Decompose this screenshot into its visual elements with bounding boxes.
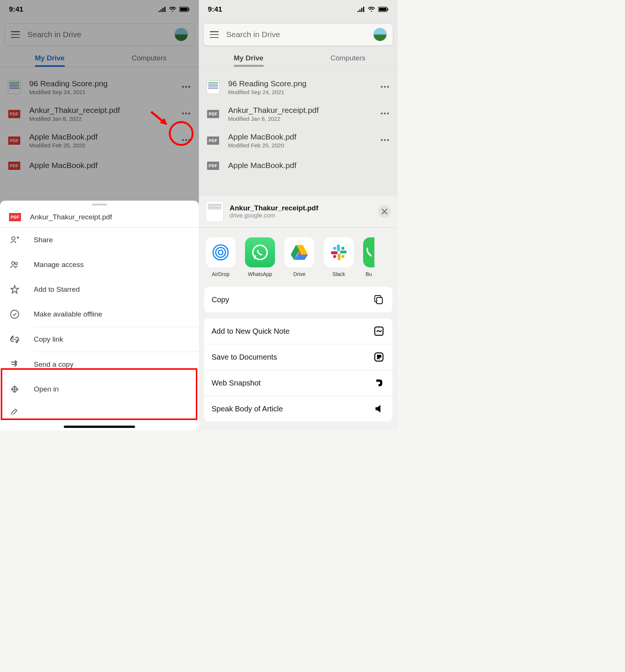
pdf-icon: PDF <box>8 134 21 147</box>
file-meta: Modified Sep 24, 2021 <box>228 89 372 95</box>
add-starred-item[interactable]: Add to Starred <box>0 277 199 302</box>
more-icon[interactable]: ••• <box>380 109 390 119</box>
action-label: Add to New Quick Note <box>212 327 290 336</box>
file-name: Apple MacBook.pdf <box>29 132 173 141</box>
svg-rect-16 <box>338 254 341 260</box>
quick-note-icon <box>373 325 385 337</box>
sheet-file-name: Ankur_Thakur_receipt.pdf <box>30 213 112 221</box>
file-name: Ankur_Thakur_receipt.pdf <box>228 106 372 115</box>
send-copy-label: Send a copy <box>34 360 74 369</box>
more-icon[interactable]: ••• <box>380 82 390 92</box>
copy-action[interactable]: Copy <box>204 287 392 312</box>
whatsapp-icon <box>245 237 275 267</box>
offline-label: Make available offline <box>34 310 102 318</box>
svg-point-20 <box>341 255 344 258</box>
people-icon <box>9 259 20 270</box>
share-source: drive.google.com <box>230 212 372 219</box>
file-name: Apple MacBook.pdf <box>228 161 390 170</box>
png-thumb-icon <box>8 81 21 94</box>
pdf-icon: PDF <box>206 159 220 172</box>
home-indicator <box>64 426 135 428</box>
app-peek-icon <box>363 237 374 267</box>
copy-icon <box>373 294 385 306</box>
share-app-row: AirDrop WhatsApp Drive <box>199 228 398 283</box>
app-peek[interactable]: Bu <box>363 237 374 277</box>
pdf-icon: PDF <box>9 213 21 221</box>
svg-rect-9 <box>388 9 388 10</box>
svg-rect-14 <box>337 244 340 251</box>
action-label: Web Snapshot <box>212 379 261 387</box>
web-snapshot-icon <box>373 377 385 389</box>
file-meta: Modified Feb 25, 2020 <box>228 142 372 148</box>
link-icon <box>9 334 20 345</box>
file-list: 96 Reading Score.png Modified Sep 24, 20… <box>199 67 398 172</box>
menu-icon[interactable] <box>11 31 20 38</box>
file-name: Apple MacBook.pdf <box>228 132 372 141</box>
offline-item[interactable]: Make available offline <box>0 302 199 327</box>
search-bar[interactable]: Search in Drive <box>203 23 393 46</box>
tab-computers[interactable]: Computers <box>298 51 398 67</box>
file-name: 96 Reading Score.png <box>29 79 173 88</box>
svg-point-19 <box>341 247 344 250</box>
close-button[interactable] <box>378 205 391 218</box>
svg-point-21 <box>333 255 336 258</box>
status-bar: 9:41 <box>199 0 398 19</box>
save-docs-action[interactable]: Save to Documents <box>204 344 392 370</box>
annotation-arrow <box>149 110 172 129</box>
avatar[interactable] <box>373 28 387 41</box>
file-meta: Modified Feb 25, 2020 <box>29 142 173 148</box>
menu-icon[interactable] <box>210 31 219 38</box>
list-item[interactable]: PDF Apple MacBook.pdf <box>199 154 398 172</box>
web-snapshot-action[interactable]: Web Snapshot <box>204 370 392 396</box>
svg-point-4 <box>12 262 15 265</box>
avatar[interactable] <box>174 28 188 41</box>
svg-point-10 <box>218 250 223 255</box>
file-name: Apple MacBook.pdf <box>29 161 191 170</box>
action-label: Copy <box>212 296 229 304</box>
list-item[interactable]: PDF Ankur_Thakur_receipt.pdf Modified Ja… <box>199 100 398 127</box>
search-bar[interactable]: Search in Drive <box>5 23 194 46</box>
share-file-name: Ankur_Thakur_receipt.pdf <box>230 204 372 212</box>
action-list: Copy <box>204 287 392 312</box>
drive-icon <box>284 237 314 267</box>
speaker-icon <box>373 403 385 415</box>
status-time: 9:41 <box>9 5 23 14</box>
more-icon[interactable]: ••• <box>182 82 191 92</box>
svg-rect-2 <box>189 9 189 10</box>
list-item[interactable]: PDF Apple MacBook.pdf <box>0 154 199 172</box>
quick-note-action[interactable]: Add to New Quick Note <box>204 318 392 344</box>
copy-link-item[interactable]: Copy link <box>0 327 199 352</box>
list-item[interactable]: 96 Reading Score.png Modified Sep 24, 20… <box>199 74 398 100</box>
svg-point-3 <box>12 237 15 240</box>
more-icon[interactable]: ••• <box>182 109 191 119</box>
speak-action[interactable]: Speak Body of Article <box>204 396 392 422</box>
tab-my-drive[interactable]: My Drive <box>199 51 298 67</box>
app-label: AirDrop <box>212 271 229 277</box>
file-meta: Modified Jan 8, 2022 <box>228 116 372 122</box>
list-item[interactable]: 96 Reading Score.png Modified Sep 24, 20… <box>0 74 199 100</box>
list-item[interactable]: PDF Apple MacBook.pdf Modified Feb 25, 2… <box>199 127 398 154</box>
app-airdrop[interactable]: AirDrop <box>206 237 236 277</box>
app-whatsapp[interactable]: WhatsApp <box>245 237 275 277</box>
add-starred-label: Add to Starred <box>34 285 80 294</box>
pdf-icon: PDF <box>8 159 21 172</box>
app-slack[interactable]: Slack <box>324 237 354 277</box>
documents-icon <box>373 351 385 363</box>
file-name: 96 Reading Score.png <box>228 79 372 88</box>
tab-my-drive[interactable]: My Drive <box>0 51 99 67</box>
more-icon[interactable]: ••• <box>380 136 390 146</box>
search-placeholder: Search in Drive <box>27 30 174 39</box>
svg-rect-15 <box>340 250 347 254</box>
app-drive[interactable]: Drive <box>284 237 314 277</box>
manage-access-label: Manage access <box>34 261 84 269</box>
status-bar: 9:41 <box>0 0 199 19</box>
manage-access-item[interactable]: Manage access <box>0 252 199 277</box>
share-item[interactable]: Share <box>0 228 199 252</box>
pdf-icon: PDF <box>206 107 220 121</box>
svg-point-11 <box>216 248 225 257</box>
offline-icon <box>9 309 20 320</box>
app-label: Bu <box>365 271 372 277</box>
sheet-header: PDF Ankur_Thakur_receipt.pdf <box>0 206 199 228</box>
tab-computers[interactable]: Computers <box>99 51 199 67</box>
pdf-icon: PDF <box>8 107 21 121</box>
